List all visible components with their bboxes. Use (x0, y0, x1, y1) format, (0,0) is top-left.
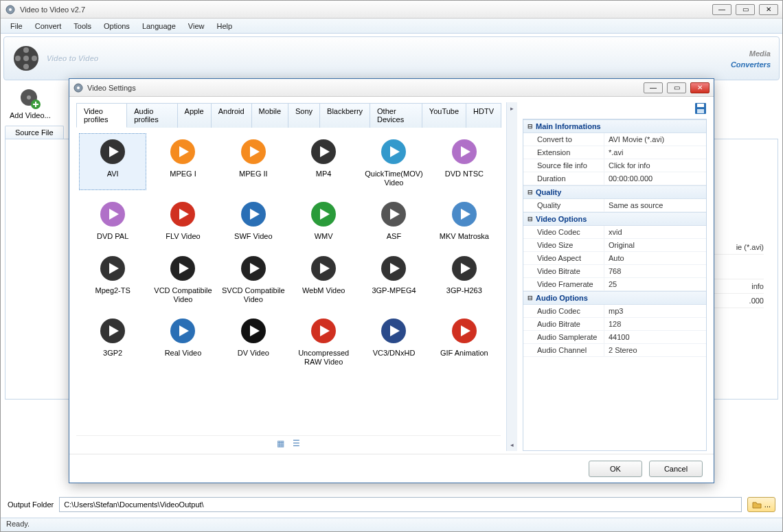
splitter-handle[interactable]: ▸ ◂ (506, 102, 517, 451)
menu-language[interactable]: Language (137, 21, 181, 32)
minimize-button[interactable]: — (712, 4, 731, 15)
property-grid[interactable]: ⊟Main InformationsConvert toAVI Movie (*… (523, 119, 707, 451)
prop-quality[interactable]: QualitySame as source (523, 199, 706, 212)
section-main-informations[interactable]: ⊟Main Informations (523, 119, 706, 133)
tab-apple[interactable]: Apple (177, 103, 212, 128)
prop-audio-samplerate[interactable]: Audio Samplerate44100 (523, 331, 706, 344)
profile-flv-video[interactable]: FLV Video (149, 196, 216, 244)
tab-video-profiles[interactable]: Video profiles (76, 103, 127, 128)
profile-3gp-h263[interactable]: 3GP-H263 (431, 250, 498, 307)
floppy-icon (694, 102, 707, 115)
profile-mpeg-ii[interactable]: MPEG II (220, 133, 287, 190)
prop-value[interactable]: Original (604, 239, 706, 251)
profile-gif-animation[interactable]: GIF Animation (431, 312, 498, 369)
profile-uncompressed-raw-video[interactable]: Uncompressed RAW Video (290, 312, 357, 369)
prop-value[interactable]: Click for info (604, 159, 706, 172)
prop-extension[interactable]: Extension*.avi (523, 146, 706, 159)
prop-value[interactable]: 25 (604, 278, 706, 290)
profile-avi[interactable]: AVI (79, 133, 146, 190)
profile-asf[interactable]: ASF (360, 196, 427, 244)
profile-real-video[interactable]: Real Video (149, 312, 216, 369)
tab-sony[interactable]: Sony (288, 103, 320, 128)
menu-options[interactable]: Options (98, 21, 135, 32)
menu-convert[interactable]: Convert (30, 21, 67, 32)
prop-video-size[interactable]: Video SizeOriginal (523, 239, 706, 252)
prop-audio-codec[interactable]: Audio Codecmp3 (523, 305, 706, 318)
close-button[interactable]: ✕ (759, 4, 778, 15)
add-video-button[interactable]: Add Video... (5, 84, 56, 123)
menu-help[interactable]: Help (211, 21, 238, 32)
prop-video-framerate[interactable]: Video Framerate25 (523, 278, 706, 291)
section-video-options[interactable]: ⊟Video Options (523, 212, 706, 226)
profile-webm-video[interactable]: WebM Video (290, 250, 357, 307)
browse-button[interactable]: ... (747, 497, 775, 512)
dialog-maximize-button[interactable]: ▭ (667, 82, 686, 93)
profile-icon (308, 253, 339, 284)
prop-value[interactable]: *.avi (604, 146, 706, 159)
profile-3gp-mpeg4[interactable]: 3GP-MPEG4 (360, 250, 427, 307)
profile-icon (168, 316, 198, 346)
menu-tools[interactable]: Tools (68, 21, 97, 32)
dialog-minimize-button[interactable]: — (644, 82, 663, 93)
prop-duration[interactable]: Duration00:00:00.000 (523, 172, 706, 185)
output-folder-input[interactable] (59, 497, 742, 512)
prop-value[interactable]: 128 (604, 318, 706, 330)
ok-button[interactable]: OK (589, 461, 642, 477)
prop-video-bitrate[interactable]: Video Bitrate768 (523, 265, 706, 278)
tab-other-devices[interactable]: Other Devices (370, 103, 422, 128)
main-titlebar[interactable]: Video to Video v2.7 — ▭ ✕ (1, 1, 782, 19)
menubar: File Convert Tools Options Language View… (1, 19, 782, 34)
tab-audio-profiles[interactable]: Audio profiles (126, 103, 177, 128)
prop-value[interactable]: 2 Stereo (604, 344, 706, 356)
profile-dvd-pal[interactable]: DVD PAL (79, 196, 146, 244)
profile-mpeg-i[interactable]: MPEG I (149, 133, 216, 190)
profile-label: DVD PAL (97, 232, 128, 241)
prop-source-file-info[interactable]: Source file infoClick for info (523, 159, 706, 172)
tab-youtube[interactable]: YouTube (422, 103, 466, 128)
prop-video-aspect[interactable]: Video AspectAuto (523, 252, 706, 265)
prop-value[interactable]: 768 (604, 265, 706, 277)
profile-swf-video[interactable]: SWF Video (220, 196, 287, 244)
prop-value[interactable]: AVI Movie (*.avi) (604, 133, 706, 146)
profile-3gp2[interactable]: 3GP2 (79, 312, 146, 369)
profile-svcd-compatibile-video[interactable]: SVCD Compatibile Video (220, 250, 287, 307)
prop-audio-bitrate[interactable]: Audio Bitrate128 (523, 318, 706, 331)
profile-icon (449, 253, 479, 284)
profile-wmv[interactable]: WMV (290, 196, 357, 244)
prop-value[interactable]: Same as source (604, 199, 706, 211)
prop-video-codec[interactable]: Video Codecxvid (523, 226, 706, 239)
profile-mkv-matroska[interactable]: MKV Matroska (431, 196, 498, 244)
tab-mobile[interactable]: Mobile (251, 103, 288, 128)
source-file-tab[interactable]: Source File (5, 126, 64, 139)
profile-mp4[interactable]: MP4 (290, 133, 357, 190)
prop-audio-channel[interactable]: Audio Channel2 Stereo (523, 344, 706, 357)
profile-label: VCD Compatibile Video (151, 286, 214, 303)
grid-view-icon[interactable]: ▦ (277, 439, 284, 448)
prop-value[interactable]: Auto (604, 252, 706, 264)
section-audio-options[interactable]: ⊟Audio Options (523, 291, 706, 305)
prop-value[interactable]: xvid (604, 226, 706, 238)
tab-hdtv[interactable]: HDTV (466, 103, 501, 128)
profile-dvd-ntsc[interactable]: DVD NTSC (431, 133, 498, 190)
profile-vcd-compatibile-video[interactable]: VCD Compatibile Video (149, 250, 216, 307)
cancel-button[interactable]: Cancel (649, 461, 703, 477)
profile-quicktime-mov-video[interactable]: QuickTime(MOV) Video (360, 133, 427, 190)
profile-vc3-dnxhd[interactable]: VC3/DNxHD (360, 312, 427, 369)
profile-dv-video[interactable]: DV Video (220, 312, 287, 369)
section-quality[interactable]: ⊟Quality (523, 185, 706, 199)
menu-file[interactable]: File (5, 21, 28, 32)
tab-android[interactable]: Android (211, 103, 252, 128)
dialog-titlebar[interactable]: Video Settings — ▭ ✕ (69, 79, 714, 97)
svg-point-1 (9, 8, 12, 11)
menu-view[interactable]: View (183, 21, 210, 32)
prop-convert-to[interactable]: Convert toAVI Movie (*.avi) (523, 133, 706, 146)
maximize-button[interactable]: ▭ (736, 4, 755, 15)
prop-value[interactable]: mp3 (604, 305, 706, 317)
prop-value[interactable]: 44100 (604, 331, 706, 343)
list-view-icon[interactable]: ☰ (293, 439, 300, 448)
tab-blackberry[interactable]: Blackberry (319, 103, 370, 128)
save-profile-button[interactable] (694, 102, 707, 115)
prop-value[interactable]: 00:00:00.000 (604, 172, 706, 185)
profile-mpeg2-ts[interactable]: Mpeg2-TS (79, 250, 146, 307)
dialog-close-button[interactable]: ✕ (690, 82, 710, 93)
